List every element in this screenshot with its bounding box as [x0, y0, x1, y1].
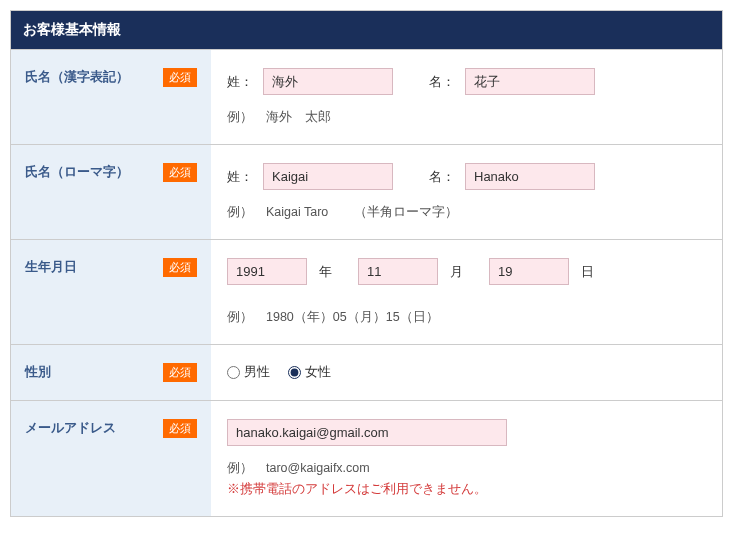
label-cell: メールアドレス 必須 [11, 401, 211, 516]
field-label: 性別 [25, 363, 51, 381]
field-label: メールアドレス [25, 419, 116, 437]
birth-day-input[interactable] [489, 258, 569, 285]
required-badge: 必須 [163, 68, 197, 87]
label-cell: 氏名（ローマ字） 必須 [11, 145, 211, 239]
gender-male-label: 男性 [244, 363, 270, 381]
birth-inputs: 年 月 日 [227, 258, 706, 285]
field-cell: 男性 女性 [211, 345, 722, 400]
sei-kanji-input[interactable] [263, 68, 393, 95]
customer-info-form: お客様基本情報 氏名（漢字表記） 必須 姓： 名： 例） 海外 太郎 氏名（ロー… [10, 10, 723, 517]
row-birth: 生年月日 必須 年 月 日 例） 1980（年）05（月）15（日） [11, 239, 722, 344]
gender-female-option[interactable]: 女性 [288, 363, 331, 381]
example-text: 例） taro@kaigaifx.com [227, 460, 706, 477]
email-input[interactable] [227, 419, 507, 446]
required-badge: 必須 [163, 258, 197, 277]
field-label: 生年月日 [25, 258, 77, 276]
year-unit: 年 [319, 263, 332, 281]
example-text: 例） 海外 太郎 [227, 109, 706, 126]
mei-label: 名： [429, 168, 455, 186]
section-title: お客様基本情報 [23, 21, 121, 37]
gender-radio-group: 男性 女性 [227, 363, 706, 381]
mei-roma-input[interactable] [465, 163, 595, 190]
label-cell: 氏名（漢字表記） 必須 [11, 50, 211, 144]
required-badge: 必須 [163, 419, 197, 438]
field-cell: 姓： 名： 例） 海外 太郎 [211, 50, 722, 144]
field-cell: 姓： 名： 例） Kaigai Taro （半角ローマ字） [211, 145, 722, 239]
name-inputs: 姓： 名： [227, 68, 706, 95]
day-unit: 日 [581, 263, 594, 281]
gender-male-radio[interactable] [227, 366, 240, 379]
sei-label: 姓： [227, 168, 253, 186]
label-cell: 性別 必須 [11, 345, 211, 400]
gender-female-label: 女性 [305, 363, 331, 381]
email-warning: ※携帯電話のアドレスはご利用できません。 [227, 481, 706, 498]
field-cell: 年 月 日 例） 1980（年）05（月）15（日） [211, 240, 722, 344]
label-cell: 生年月日 必須 [11, 240, 211, 344]
field-label: 氏名（ローマ字） [25, 163, 129, 181]
birth-year-input[interactable] [227, 258, 307, 285]
example-text: 例） 1980（年）05（月）15（日） [227, 309, 706, 326]
required-badge: 必須 [163, 163, 197, 182]
gender-female-radio[interactable] [288, 366, 301, 379]
example-text: 例） Kaigai Taro （半角ローマ字） [227, 204, 706, 221]
sei-roma-input[interactable] [263, 163, 393, 190]
row-name-roma: 氏名（ローマ字） 必須 姓： 名： 例） Kaigai Taro （半角ローマ字… [11, 144, 722, 239]
birth-month-input[interactable] [358, 258, 438, 285]
section-header: お客様基本情報 [11, 11, 722, 49]
mei-kanji-input[interactable] [465, 68, 595, 95]
sei-label: 姓： [227, 73, 253, 91]
row-email: メールアドレス 必須 例） taro@kaigaifx.com ※携帯電話のアド… [11, 400, 722, 516]
field-cell: 例） taro@kaigaifx.com ※携帯電話のアドレスはご利用できません… [211, 401, 722, 516]
row-name-kanji: 氏名（漢字表記） 必須 姓： 名： 例） 海外 太郎 [11, 49, 722, 144]
mei-label: 名： [429, 73, 455, 91]
gender-male-option[interactable]: 男性 [227, 363, 270, 381]
required-badge: 必須 [163, 363, 197, 382]
month-unit: 月 [450, 263, 463, 281]
field-label: 氏名（漢字表記） [25, 68, 129, 86]
name-inputs: 姓： 名： [227, 163, 706, 190]
row-gender: 性別 必須 男性 女性 [11, 344, 722, 400]
